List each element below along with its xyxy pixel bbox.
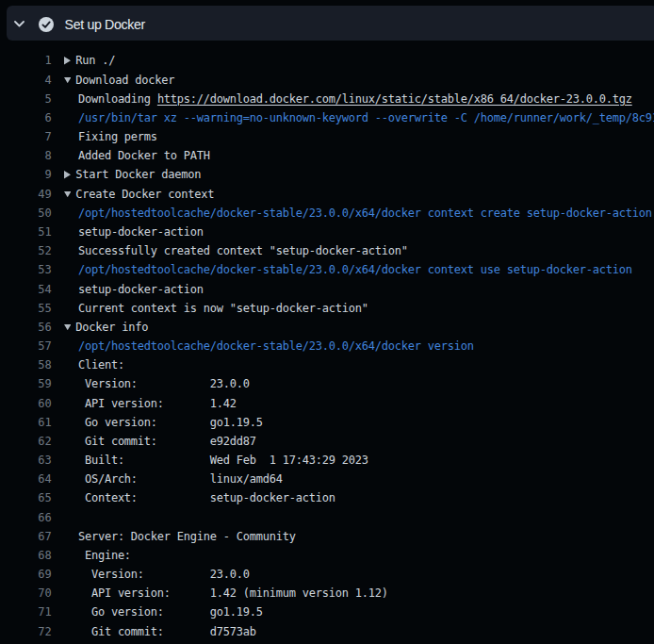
log-line: 8 Added Docker to PATH [0,146,654,165]
log-line[interactable]: 1 Run ./ [0,51,654,70]
line-text: /usr/bin/tar xz --warning=no-unknown-key… [78,108,654,127]
line-number[interactable]: 60 [0,394,52,413]
group-arrow-expanded-icon[interactable] [64,71,71,90]
log-line: 5 Downloading https://download.docker.co… [0,90,654,108]
line-text: Start Docker daemon [75,165,201,184]
log-line: 59 Version: 23.0.0 [0,374,654,393]
line-number[interactable]: 9 [0,165,52,184]
line-text: Fixing perms [78,127,157,146]
line-text: OS/Arch: linux/amd64 [78,470,283,488]
line-number[interactable]: 1 [0,51,52,70]
log-line: 71 Go version: go1.19.5 [0,603,654,621]
group-arrow-expanded-icon[interactable] [64,185,71,204]
line-text: /opt/hostedtoolcache/docker-stable/23.0.… [78,337,474,355]
chevron-down-icon[interactable] [14,21,25,27]
log-line: 61 Go version: go1.19.5 [0,413,654,432]
line-text: Run ./ [75,51,115,70]
line-text: Successfully created context "setup-dock… [78,241,408,260]
group-arrow-expanded-icon[interactable] [64,318,71,337]
line-number[interactable]: 68 [0,546,52,565]
line-text: Go version: go1.19.5 [78,413,263,432]
line-number[interactable]: 65 [0,488,52,507]
line-text: Create Docker context [75,185,214,204]
log-line: 55 Current context is now "setup-docker-… [0,299,654,318]
line-number[interactable]: 71 [0,603,52,621]
line-text: Added Docker to PATH [78,146,210,165]
line-text: Version: 23.0.0 [78,374,250,393]
log-line: 72 Git commit: d7573ab [0,622,654,641]
log-line[interactable]: 4 Download docker [0,71,654,90]
log-line: 68 Engine: [0,546,654,565]
line-number[interactable]: 52 [0,241,52,260]
log-line: 69 Version: 23.0.0 [0,565,654,584]
log-line[interactable]: 49 Create Docker context [0,185,654,204]
log-line: 58 Client: [0,355,654,374]
check-circle-icon [39,17,54,32]
line-number[interactable]: 4 [0,71,52,90]
line-text: setup-docker-action [78,223,204,241]
line-text: Git commit: d7573ab [78,622,256,641]
line-text: /opt/hostedtoolcache/docker-stable/23.0.… [78,260,632,279]
line-number[interactable]: 54 [0,280,52,299]
line-number[interactable]: 67 [0,527,52,546]
line-text: Context: setup-docker-action [78,488,335,507]
line-text: Server: Docker Engine - Community [78,527,296,546]
line-number[interactable]: 56 [0,318,52,337]
line-number[interactable]: 51 [0,223,52,241]
line-text: Downloading https://download.docker.com/… [78,90,632,108]
log-line: 64 OS/Arch: linux/amd64 [0,470,654,488]
line-text: Current context is now "setup-docker-act… [78,299,368,318]
line-number[interactable]: 59 [0,374,52,393]
log-line: 53 /opt/hostedtoolcache/docker-stable/23… [0,260,654,279]
line-number[interactable]: 61 [0,413,52,432]
line-number[interactable]: 69 [0,565,52,584]
log-line[interactable]: 56 Docker info [0,318,654,337]
line-number[interactable]: 5 [0,90,52,108]
line-text: Built: Wed Feb 1 17:43:29 2023 [78,451,368,470]
line-number[interactable]: 6 [0,108,52,127]
line-text: Download docker [75,71,174,90]
line-number[interactable]: 64 [0,470,52,488]
step-header[interactable]: Set up Docker [7,6,654,41]
line-number[interactable]: 70 [0,584,52,603]
line-text: Version: 23.0.0 [78,565,250,584]
line-number[interactable]: 8 [0,146,52,165]
line-text: Docker info [75,318,148,337]
line-number[interactable]: 72 [0,622,52,641]
line-number[interactable]: 53 [0,260,52,279]
log-line: 51 setup-docker-action [0,223,654,241]
line-number[interactable]: 62 [0,432,52,451]
log-line: 65 Context: setup-docker-action [0,488,654,507]
line-number[interactable]: 57 [0,337,52,355]
log-line: 66 [0,508,654,527]
log-line: 60 API version: 1.42 [0,394,654,413]
log-line: 70 API version: 1.42 (minimum version 1.… [0,584,654,603]
line-text: API version: 1.42 (minimum version 1.12) [78,584,388,603]
line-number[interactable]: 66 [0,508,52,527]
line-number[interactable]: 55 [0,299,52,318]
log-link[interactable]: https://download.docker.com/linux/static… [157,92,632,106]
step-title: Set up Docker [65,18,145,31]
line-number[interactable]: 50 [0,204,52,223]
line-text: Engine: [78,546,131,565]
log-line: 57 /opt/hostedtoolcache/docker-stable/23… [0,337,654,355]
group-arrow-collapsed-icon[interactable] [64,165,71,184]
log-line: 50 /opt/hostedtoolcache/docker-stable/23… [0,204,654,223]
log-line: 63 Built: Wed Feb 1 17:43:29 2023 [0,451,654,470]
line-number[interactable]: 58 [0,355,52,374]
log-line: 6 /usr/bin/tar xz --warning=no-unknown-k… [0,108,654,127]
line-number[interactable]: 7 [0,127,52,146]
line-number[interactable]: 49 [0,185,52,204]
log-line[interactable]: 9 Start Docker daemon [0,165,654,184]
log-line: 7 Fixing perms [0,127,654,146]
line-text: API version: 1.42 [78,394,237,413]
log-line: 52 Successfully created context "setup-d… [0,241,654,260]
group-arrow-collapsed-icon[interactable] [64,51,71,70]
line-text: Go version: go1.19.5 [78,603,263,621]
log-line: 54 setup-docker-action [0,280,654,299]
log-line: 62 Git commit: e92dd87 [0,432,654,451]
line-number[interactable]: 63 [0,451,52,470]
line-text: /opt/hostedtoolcache/docker-stable/23.0.… [78,204,652,223]
line-text: Git commit: e92dd87 [78,432,256,451]
log-area: 1 Run ./ 4 Download docker 5 Downloading… [0,51,654,640]
